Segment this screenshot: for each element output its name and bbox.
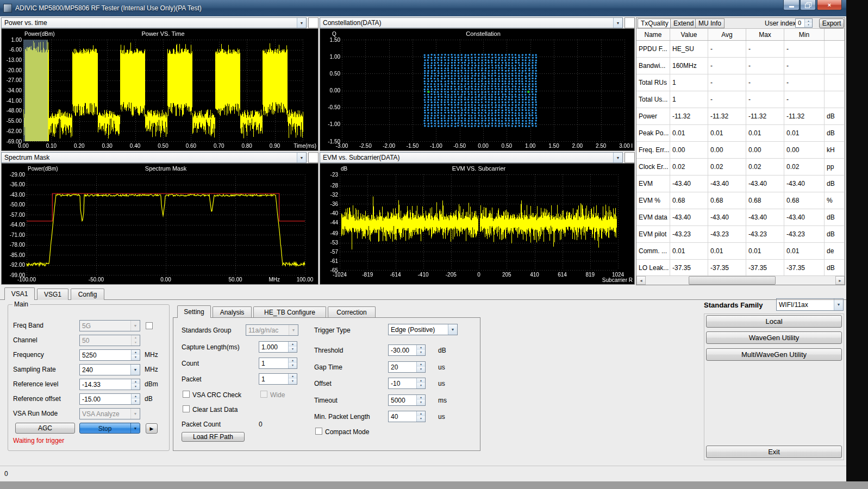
scroll-right-icon[interactable]: ► (835, 276, 845, 285)
main-group-label: Main (13, 300, 30, 308)
min-packet-length-input[interactable]: 40 ▲ ▼ (388, 411, 426, 422)
table-cell: 0.68 (784, 192, 825, 209)
standards-family-select[interactable]: WIFI/11ax ▼ (776, 298, 844, 311)
freq-band-select[interactable]: 5G ▼ (79, 320, 140, 331)
compact-mode-label: Compact Mode (325, 428, 369, 436)
threshold-input[interactable]: -30.00 ▲ ▼ (388, 344, 426, 356)
spectrum-chart-selector[interactable]: Spectrum Mask ▼ (1, 152, 307, 163)
min-packet-length-spin-down[interactable]: ▼ (416, 416, 425, 422)
stop-button[interactable]: Stop ▼ (79, 423, 140, 434)
vsa-run-mode-value: VSA Analyze (82, 410, 129, 418)
table-row: EVM data-43.40-43.40-43.40-43.40dB (636, 209, 845, 226)
standards-group-select[interactable]: 11a/g/n/ac ▼ (246, 324, 298, 336)
trigger-status-text: Waiting for trigger (13, 437, 64, 444)
spectrum-chart-popout-button[interactable] (308, 152, 319, 163)
capture-length-label: Capture Length(ms) (182, 343, 240, 351)
min-packet-length-unit: us (438, 413, 445, 421)
table-cell: dB (825, 108, 845, 124)
reference-offset-spin-down[interactable]: ▼ (131, 399, 140, 404)
capture-length-spin-down[interactable]: ▼ (288, 347, 297, 352)
table-cell: 0.01 (784, 243, 825, 259)
threshold-spin-down[interactable]: ▼ (416, 350, 425, 355)
sampling-rate-select[interactable]: 240 ▼ (79, 364, 140, 375)
offset-input[interactable]: -10 ▲ ▼ (388, 378, 426, 389)
packet-input[interactable]: 1 ▲ ▼ (259, 373, 297, 385)
evm-chart-popout-button[interactable] (625, 152, 635, 163)
table-cell: -37.35 (708, 260, 746, 275)
agc-button[interactable]: AGC (15, 423, 75, 434)
export-button[interactable]: Export (819, 18, 844, 28)
compact-mode-checkbox[interactable] (315, 428, 322, 435)
scroll-thumb[interactable] (689, 276, 776, 285)
offset-spin-down[interactable]: ▼ (416, 383, 425, 388)
local-button[interactable]: Local (706, 315, 842, 328)
close-button[interactable]: × (817, 0, 842, 10)
tab-he-tb-configure[interactable]: HE_TB Configure (253, 306, 326, 318)
gap-time-spin-down[interactable]: ▼ (416, 367, 425, 372)
tab-vsa1[interactable]: VSA1 (4, 287, 35, 300)
table-cell: dB (825, 209, 845, 225)
vsa-crc-check-checkbox[interactable] (183, 391, 190, 398)
column-header: Avg (708, 29, 746, 40)
count-input[interactable]: 1 ▲ ▼ (259, 358, 297, 369)
offset-unit: us (438, 380, 445, 387)
minimize-button[interactable] (783, 0, 800, 10)
constellation-chart-popout-button[interactable] (625, 17, 635, 28)
freq-band-checkbox[interactable] (146, 322, 153, 329)
clear-last-data-checkbox[interactable] (183, 405, 190, 412)
tab-correction[interactable]: Correction (328, 306, 376, 318)
channel-input[interactable]: 50 ▲ ▼ (79, 335, 140, 346)
tab-mu-info[interactable]: MU Info (695, 18, 725, 28)
close-icon: × (828, 2, 831, 8)
load-rf-path-button[interactable]: Load RF Path (182, 432, 245, 442)
vsa-run-mode-select[interactable]: VSA Analyze ▼ (79, 408, 140, 419)
stop-dropdown-icon[interactable]: ▼ (130, 423, 140, 433)
gap-time-unit: us (438, 363, 445, 371)
standards-family-label: Standards Family (704, 301, 763, 309)
timeout-input[interactable]: 5000 ▲ ▼ (388, 394, 426, 406)
table-cell: Clock Er... (636, 159, 670, 175)
tab-config[interactable]: Config (71, 289, 104, 300)
channel-spin-down[interactable]: ▼ (131, 340, 140, 346)
reference-level-spin-down[interactable]: ▼ (131, 384, 140, 390)
table-cell: - (746, 58, 784, 74)
play-button[interactable]: ▶ (146, 423, 158, 434)
power-chart-selector[interactable]: Power vs. time ▼ (1, 17, 307, 28)
frequency-input[interactable]: 5250 ▲ ▼ (79, 349, 140, 361)
packet-spin-down[interactable]: ▼ (288, 379, 297, 384)
maximize-button[interactable] (800, 0, 816, 10)
wide-checkbox[interactable] (260, 391, 267, 398)
scroll-left-icon[interactable]: ◄ (636, 276, 646, 285)
results-hscrollbar[interactable]: ◄ ► (636, 275, 845, 285)
exit-button[interactable]: Exit (706, 446, 842, 458)
tab-setting[interactable]: Setting (177, 305, 211, 318)
table-row: PPDU F...HE_SU--- (636, 41, 845, 58)
column-header: Name (636, 29, 670, 40)
frequency-spin-down[interactable]: ▼ (131, 355, 140, 360)
reference-level-input[interactable]: -14.33 ▲ ▼ (79, 379, 140, 390)
capture-length-value: 1.000 (261, 343, 286, 351)
power-chart-popout-button[interactable] (308, 17, 319, 28)
trigger-type-select[interactable]: Edge (Positive) ▼ (388, 324, 458, 335)
multiwavegen-utility-button[interactable]: MultiWaveGen Utility (706, 348, 842, 361)
constellation-chart-selector[interactable]: Constellation(DATA) ▼ (320, 17, 623, 28)
table-cell: -43.23 (670, 226, 708, 242)
tab-txquality[interactable]: TxQuality (638, 18, 672, 28)
capture-length-input[interactable]: 1.000 ▲ ▼ (259, 341, 297, 353)
gap-time-input[interactable]: 20 ▲ ▼ (388, 361, 426, 373)
tab-extend[interactable]: Extend (670, 18, 697, 28)
table-cell: - (708, 41, 746, 57)
count-label: Count (182, 360, 199, 367)
user-index-input[interactable]: 0 ▲ ▼ (795, 18, 813, 28)
count-spin-down[interactable]: ▼ (288, 363, 297, 368)
wavegen-utility-button[interactable]: WaveGen Utility (706, 331, 842, 344)
table-cell: dB (825, 260, 845, 275)
tab-analysis[interactable]: Analysis (213, 306, 252, 318)
evm-chart-selector[interactable]: EVM vs. Subcarrier(DATA) ▼ (320, 152, 623, 163)
reference-offset-input[interactable]: -15.00 ▲ ▼ (79, 393, 140, 405)
tab-vsg1[interactable]: VSG1 (37, 289, 68, 300)
timeout-spin-down[interactable]: ▼ (416, 400, 425, 405)
table-cell: -37.35 (746, 260, 784, 275)
frequency-unit: MHz (145, 351, 158, 359)
user-index-spin-down[interactable]: ▼ (804, 23, 812, 27)
